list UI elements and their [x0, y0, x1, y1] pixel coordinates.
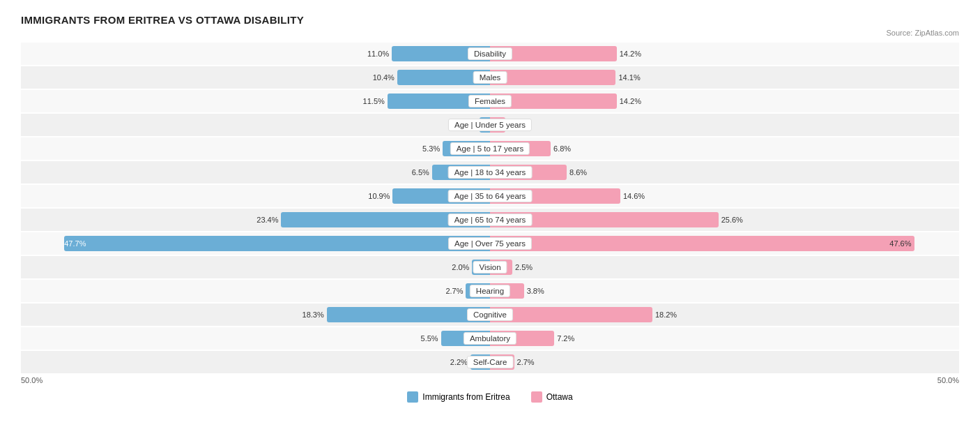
chart-row: 6.5%8.6%Age | 18 to 34 years	[21, 161, 959, 183]
center-label: Age | Over 75 years	[448, 237, 532, 250]
bar-right	[490, 236, 914, 251]
center-label: Age | 35 to 64 years	[448, 190, 533, 202]
chart-row: 2.0%2.5%Vision	[21, 256, 959, 278]
center-label: Cognitive	[467, 308, 513, 321]
center-label: Age | Under 5 years	[448, 119, 532, 131]
center-label: Females	[468, 95, 512, 107]
center-label: Males	[473, 71, 507, 84]
value-right: 14.1%	[490, 73, 641, 82]
value-right: 18.2%	[490, 310, 677, 319]
center-label: Age | 65 to 74 years	[448, 214, 533, 226]
chart-row: 10.9%14.6%Age | 35 to 64 years	[21, 185, 959, 207]
chart-row: 10.4%14.1%Males	[21, 66, 959, 89]
axis-labels: 50.0% 50.0%	[21, 376, 959, 384]
center-label: Hearing	[470, 285, 510, 297]
chart-area: 11.0%14.2%Disability10.4%14.1%Males11.5%…	[21, 43, 959, 373]
value-left: 18.3%	[303, 310, 490, 319]
chart-row: 5.5%7.2%Ambulatory	[21, 327, 959, 350]
source-label: Source: ZipAtlas.com	[21, 29, 959, 37]
chart-row: 18.3%18.2%Cognitive	[21, 304, 959, 326]
bar-left	[64, 236, 490, 251]
value-right: 14.2%	[490, 97, 641, 105]
chart-row: 11.0%14.2%Disability	[21, 43, 959, 65]
axis-left: 50.0%	[21, 376, 43, 384]
value-left: 47.7%	[64, 239, 89, 248]
chart-row: 23.4%25.6%Age | 65 to 74 years	[21, 209, 959, 231]
legend-ottawa-label: Ottawa	[546, 392, 573, 402]
chart-row: 2.7%3.8%Hearing	[21, 280, 959, 302]
chart-row: 2.2%2.7%Self-Care	[21, 351, 959, 373]
value-right: 14.2%	[490, 50, 641, 58]
legend-ottawa-box	[531, 391, 542, 403]
legend: Immigrants from Eritrea Ottawa	[21, 391, 959, 403]
chart-title: IMMIGRANTS FROM ERITREA VS OTTAWA DISABI…	[21, 14, 959, 26]
legend-eritrea-label: Immigrants from Eritrea	[422, 392, 510, 402]
legend-eritrea-box	[407, 391, 418, 403]
center-label: Self-Care	[467, 356, 514, 368]
center-label: Vision	[473, 261, 507, 274]
chart-row: 11.5%14.2%Females	[21, 90, 959, 112]
chart-row: 1.2%1.7%Age | Under 5 years	[21, 114, 959, 136]
legend-ottawa: Ottawa	[531, 391, 573, 403]
center-label: Age | 5 to 17 years	[450, 142, 530, 155]
legend-eritrea: Immigrants from Eritrea	[407, 391, 510, 403]
chart-row: 47.7%47.6%Age | Over 75 years	[21, 232, 959, 255]
center-label: Age | 18 to 34 years	[448, 166, 533, 179]
axis-right: 50.0%	[937, 376, 959, 384]
chart-row: 5.3%6.8%Age | 5 to 17 years	[21, 137, 959, 160]
center-label: Disability	[468, 47, 512, 60]
center-label: Ambulatory	[464, 332, 516, 345]
value-right: 47.6%	[887, 239, 911, 248]
